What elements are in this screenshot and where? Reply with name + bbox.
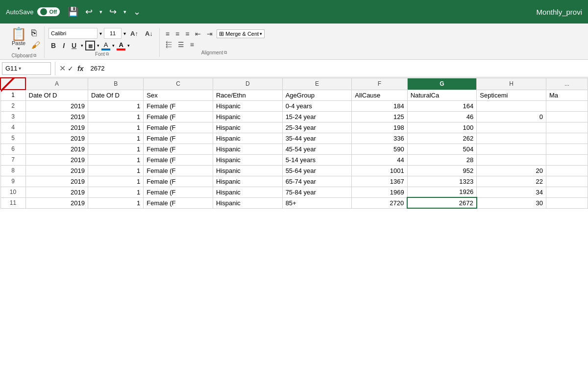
cell-h6[interactable] (477, 144, 546, 154)
cell-d5[interactable]: Hispanic (213, 133, 282, 144)
cell-e9[interactable]: 65-74 year (282, 176, 352, 187)
cell-f8[interactable]: 1001 (352, 165, 407, 176)
font-color-button[interactable]: A (117, 41, 125, 50)
cell-b2[interactable]: 1 (88, 100, 144, 111)
save-icon[interactable]: 💾 (68, 6, 78, 17)
cell-f11[interactable]: 2720 (352, 197, 407, 208)
clipboard-expand-icon[interactable]: ⧉ (33, 53, 36, 58)
cell-h2[interactable] (477, 100, 546, 111)
decrease-font-button[interactable]: A↓ (143, 29, 155, 38)
cell-c3[interactable]: Female (F (144, 111, 213, 122)
cell-i5[interactable] (546, 133, 588, 144)
cell-e7[interactable]: 5-14 years (282, 154, 352, 165)
cell-f6[interactable]: 590 (352, 144, 407, 154)
col-header-a[interactable]: A (25, 78, 88, 90)
col-header-f[interactable]: F (352, 78, 407, 90)
cell-c6[interactable]: Female (F (144, 144, 213, 154)
cell-d2[interactable]: Hispanic (213, 100, 282, 111)
cell-c2[interactable]: Female (F (144, 100, 213, 111)
cell-c10[interactable]: Female (F (144, 187, 213, 197)
font-name-dropdown[interactable]: ▾ (99, 31, 102, 36)
borders-button[interactable]: ▦ (85, 41, 95, 50)
cell-a4[interactable]: 2019 (25, 122, 88, 133)
cell-g6[interactable]: 504 (407, 144, 477, 154)
cell-b9[interactable]: 1 (88, 176, 144, 187)
cell-i11[interactable] (546, 197, 588, 208)
alignment-expand-icon[interactable]: ⧉ (224, 50, 227, 55)
align-right-button[interactable]: ≡ (188, 40, 196, 49)
cell-i3[interactable] (546, 111, 588, 122)
increase-indent-button[interactable]: ⇥ (205, 29, 215, 38)
align-center-button[interactable]: ☰ (176, 40, 186, 49)
borders-dropdown[interactable]: ▾ (97, 43, 99, 48)
fill-color-dropdown[interactable]: ▾ (112, 43, 115, 48)
customize-icon[interactable]: ⌄ (133, 6, 141, 17)
merge-center-button[interactable]: ⊞ Merge & Cent ▾ (217, 29, 265, 38)
copy-icon[interactable]: ⎘ (31, 28, 40, 38)
font-size-dropdown[interactable]: ▾ (123, 31, 126, 36)
cell-h8[interactable]: 20 (477, 165, 546, 176)
format-painter-icon[interactable]: 🖌 (31, 40, 40, 50)
cell-i2[interactable] (546, 100, 588, 111)
align-top-left-button[interactable]: ≡ (164, 29, 172, 38)
redo-icon[interactable]: ↪ (109, 6, 117, 17)
cell-d10[interactable]: Hispanic (213, 187, 282, 197)
underline-dropdown[interactable]: ▾ (81, 43, 83, 48)
cell-a10[interactable]: 2019 (25, 187, 88, 197)
col-header-i[interactable]: ... (546, 78, 588, 90)
cell-f3[interactable]: 125 (352, 111, 407, 122)
cell-h7[interactable] (477, 154, 546, 165)
cell-b4[interactable]: 1 (88, 122, 144, 133)
cell-h11[interactable]: 30 (477, 197, 546, 208)
cell-i9[interactable] (546, 176, 588, 187)
cell-g4[interactable]: 100 (407, 122, 477, 133)
merge-center-dropdown[interactable]: ▾ (260, 31, 262, 36)
col-header-c[interactable]: C (144, 78, 213, 90)
insert-function-icon[interactable]: fx (75, 65, 85, 72)
cell-g9[interactable]: 1323 (407, 176, 477, 187)
cell-i8[interactable] (546, 165, 588, 176)
underline-button[interactable]: U (69, 41, 79, 50)
cell-h10[interactable]: 34 (477, 187, 546, 197)
redo-dropdown-icon[interactable]: ▾ (123, 9, 126, 15)
cell-b3[interactable]: 1 (88, 111, 144, 122)
cell-g3[interactable]: 46 (407, 111, 477, 122)
cell-a5[interactable]: 2019 (25, 133, 88, 144)
cell-a9[interactable]: 2019 (25, 176, 88, 187)
cell-d3[interactable]: Hispanic (213, 111, 282, 122)
cell-a7[interactable]: 2019 (25, 154, 88, 165)
font-name-input[interactable] (49, 28, 98, 39)
cell-c5[interactable]: Female (F (144, 133, 213, 144)
bold-button[interactable]: B (49, 41, 58, 50)
cell-b11[interactable]: 1 (88, 197, 144, 208)
cell-h3[interactable]: 0 (477, 111, 546, 122)
cell-a11[interactable]: 2019 (25, 197, 88, 208)
align-left-button[interactable]: ⬱ (164, 40, 174, 49)
cell-a3[interactable]: 2019 (25, 111, 88, 122)
cell-g7[interactable]: 28 (407, 154, 477, 165)
cell-d11[interactable]: Hispanic (213, 197, 282, 208)
cell-g5[interactable]: 262 (407, 133, 477, 144)
cell-c4[interactable]: Female (F (144, 122, 213, 133)
formula-input[interactable] (87, 64, 586, 73)
cell-g10[interactable]: 1926 (407, 187, 477, 197)
cancel-formula-icon[interactable]: ✕ (59, 64, 66, 73)
cell-d8[interactable]: Hispanic (213, 165, 282, 176)
fill-color-button[interactable]: A (101, 41, 110, 50)
cell-i4[interactable] (546, 122, 588, 133)
cell-i10[interactable] (546, 187, 588, 197)
cell-h5[interactable] (477, 133, 546, 144)
cell-e10[interactable]: 75-84 year (282, 187, 352, 197)
cell-f5[interactable]: 336 (352, 133, 407, 144)
cell-g11[interactable]: 2672 (407, 197, 477, 208)
align-top-center-button[interactable]: ≡ (173, 29, 181, 38)
cell-a6[interactable]: 2019 (25, 144, 88, 154)
cell-f4[interactable]: 198 (352, 122, 407, 133)
cell-e8[interactable]: 55-64 year (282, 165, 352, 176)
cell-h9[interactable]: 22 (477, 176, 546, 187)
font-size-input[interactable] (104, 28, 122, 39)
cell-b7[interactable]: 1 (88, 154, 144, 165)
cell-c9[interactable]: Female (F (144, 176, 213, 187)
align-top-right-button[interactable]: ≡ (183, 29, 191, 38)
cell-d7[interactable]: Hispanic (213, 154, 282, 165)
